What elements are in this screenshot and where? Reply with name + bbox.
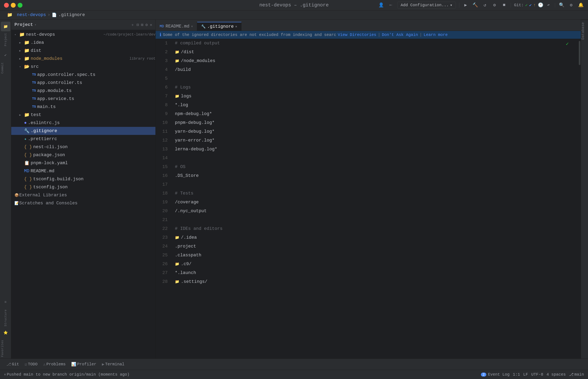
tree-item-prettierrc[interactable]: ✦ .prettierrc [11, 135, 155, 143]
git-bottom-item[interactable]: ⎇ Git [4, 361, 21, 368]
expand-all-icon[interactable]: ⊞ [141, 22, 143, 27]
tree-item-app-module[interactable]: TS app.module.ts [11, 87, 155, 95]
status-line-endings[interactable]: LF [523, 372, 528, 377]
build-icon[interactable]: 🔨 [472, 2, 479, 8]
tab-readme-close-icon[interactable]: ✕ [191, 24, 193, 28]
code-line-24: .project [175, 242, 578, 251]
search-icon[interactable]: 🔍 [558, 2, 565, 8]
line-num-4: 4 [156, 65, 168, 74]
activity-project-icon[interactable]: 📁 [1, 22, 10, 31]
line-num-1: 1 [156, 39, 168, 48]
notifications-icon[interactable]: 🔔 [578, 2, 584, 8]
prettierrc-file-icon: ✦ [24, 136, 27, 142]
panel-settings-icon[interactable]: ⚙ [145, 22, 148, 27]
code-line-17 [175, 180, 578, 189]
tab-gitignore[interactable]: 🔧 .gitignore ✕ [197, 22, 241, 31]
breadcrumb-file[interactable]: .gitignore [58, 13, 85, 17]
tab-gitignore-icon: 🔧 [201, 24, 206, 29]
status-bar-right: 2 Event Log 1:1 LF UTF-8 4 spaces ⎇ main [481, 372, 584, 377]
status-event-log[interactable]: 2 Event Log [481, 372, 510, 377]
status-branch[interactable]: ⎇ main [569, 372, 584, 377]
navigate-back-icon[interactable]: ← [388, 2, 394, 8]
terminal-bottom-item[interactable]: ▶ Terminal [100, 361, 127, 368]
scroll-thumb[interactable] [579, 41, 580, 65]
git-undo-icon[interactable]: ↶ [545, 2, 552, 8]
tree-item-scratches[interactable]: 📝 Scratches and Consoles [11, 199, 155, 207]
problems-icon: ⚠ [43, 362, 45, 367]
reload-icon[interactable]: ↺ [482, 2, 488, 8]
line-num-11: 11 [156, 127, 168, 136]
tree-item-tsconfig[interactable]: { } tsconfig.json [11, 183, 155, 191]
collapse-all-icon[interactable]: ⊟ [137, 22, 139, 27]
line-num-24: 24 [156, 242, 168, 251]
tree-item-app-controller[interactable]: TS app.controller.ts [11, 79, 155, 87]
account-icon[interactable]: 👤 [378, 2, 384, 8]
tree-item-package-json[interactable]: { } package.json [11, 151, 155, 159]
debug-icon[interactable]: ⚙ [491, 2, 498, 8]
window-controls[interactable] [4, 3, 22, 8]
settings-icon[interactable]: ⚙ [568, 2, 574, 8]
tree-root[interactable]: ▾ 📁 nest-devops ~/code/project-learn/dev [11, 31, 155, 39]
todo-bottom-item[interactable]: ☑ TODO [22, 361, 40, 368]
title-bar: nest-devops – .gitignore 👤 ← Add Configu… [0, 0, 588, 10]
breadcrumb-project[interactable]: nest-devops [17, 13, 46, 17]
learn-more-link[interactable]: Learn more [424, 32, 448, 37]
add-configuration-button[interactable]: Add Configuration... ▾ [397, 2, 456, 9]
minimize-button[interactable] [11, 3, 16, 8]
activity-commit-icon[interactable]: ✔ [1, 50, 10, 60]
tree-item-main[interactable]: TS main.ts [11, 103, 155, 111]
scroll-track[interactable] [578, 39, 581, 359]
profiler-icon: 📊 [71, 362, 76, 367]
status-position[interactable]: 1:1 [513, 372, 520, 377]
status-git-push[interactable]: ⬆ Pushed main to new branch origin/main … [4, 372, 130, 377]
tree-item-readme[interactable]: MD README.md [11, 167, 155, 175]
stop-icon[interactable]: ■ [501, 2, 507, 8]
git-history-icon[interactable]: 🕐 [537, 2, 544, 8]
panel-close-icon[interactable]: ✕ [150, 22, 152, 27]
line7-folder-icon: 📁 [175, 92, 179, 101]
maximize-button[interactable] [18, 3, 22, 8]
profiler-bottom-item[interactable]: 📊 Profiler [69, 361, 99, 368]
panel-dropdown-arrow-icon[interactable]: ▾ [34, 23, 36, 27]
gitignore-file-icon: 🔧 [24, 128, 29, 134]
terminal-icon: ▶ [102, 362, 104, 367]
file-tree: ▾ 📁 nest-devops ~/code/project-learn/dev… [11, 30, 155, 359]
add-new-icon[interactable]: ＋ [131, 22, 134, 28]
event-log-badge: 2 [481, 373, 486, 377]
code-line-11: yarn-debug.log* [175, 127, 578, 136]
tree-item-test[interactable]: ▶ 📁 test [11, 111, 155, 119]
tree-item-gitignore[interactable]: 🔧 .gitignore [11, 127, 155, 135]
tree-item-nest-cli[interactable]: { } nest-cli.json [11, 143, 155, 151]
tree-item-external-libraries[interactable]: 📦 External Libraries [11, 191, 155, 199]
tree-item-node-modules[interactable]: ▶ 📁 node_modules library root [11, 55, 155, 63]
status-encoding[interactable]: UTF-8 [531, 372, 543, 377]
breadcrumb-icon-file: 📄 [52, 13, 57, 17]
activity-structure-icon[interactable]: ≡ [1, 297, 10, 307]
database-panel-label[interactable]: Database [581, 20, 588, 42]
run-icon[interactable]: ▶ [462, 2, 469, 8]
tree-item-app-controller-spec[interactable]: TS app.controller.spec.ts [11, 71, 155, 79]
tab-gitignore-close-icon[interactable]: ✕ [235, 25, 237, 29]
tree-item-src[interactable]: ▾ 📂 src [11, 63, 155, 71]
problems-bottom-item[interactable]: ⚠ Problems [41, 361, 68, 368]
tree-item-idea[interactable]: ▶ 📁 .idea [11, 39, 155, 47]
tree-item-pnpm-lock[interactable]: 📋 pnpm-lock.yaml [11, 159, 155, 167]
tab-readme[interactable]: MD README.md ✕ [156, 22, 197, 31]
activity-favorites-icon[interactable]: ⭐ [1, 328, 10, 337]
close-button[interactable] [4, 3, 9, 8]
project-panel-icon[interactable]: 📁 [6, 12, 13, 18]
tree-item-eslintrc[interactable]: ● .eslintrc.js [11, 119, 155, 127]
code-line-3: 📁/node_modules [175, 57, 578, 65]
tree-item-dist[interactable]: ▶ 📁 dist [11, 47, 155, 55]
editor-content[interactable]: 1 2 3 4 5 6 7 8 9 10 11 12 13 14 15 16 1… [156, 39, 581, 359]
scratches-label: Scratches and Consoles [19, 201, 77, 206]
dropdown-arrow-icon: ▾ [450, 3, 453, 8]
dont-ask-again-link[interactable]: Don't Ask Again [382, 32, 418, 37]
view-directories-link[interactable]: View Directories [338, 32, 376, 37]
tree-item-tsconfig-build[interactable]: { } tsconfig.build.json [11, 175, 155, 183]
status-indent[interactable]: 4 spaces [546, 372, 566, 377]
status-bar: ⬆ Pushed main to new branch origin/main … [0, 370, 588, 379]
code-line-12: yarn-error.log* [175, 136, 578, 145]
tree-item-app-service[interactable]: TS app.service.ts [11, 95, 155, 103]
activity-commit-label: Commit [1, 61, 4, 75]
